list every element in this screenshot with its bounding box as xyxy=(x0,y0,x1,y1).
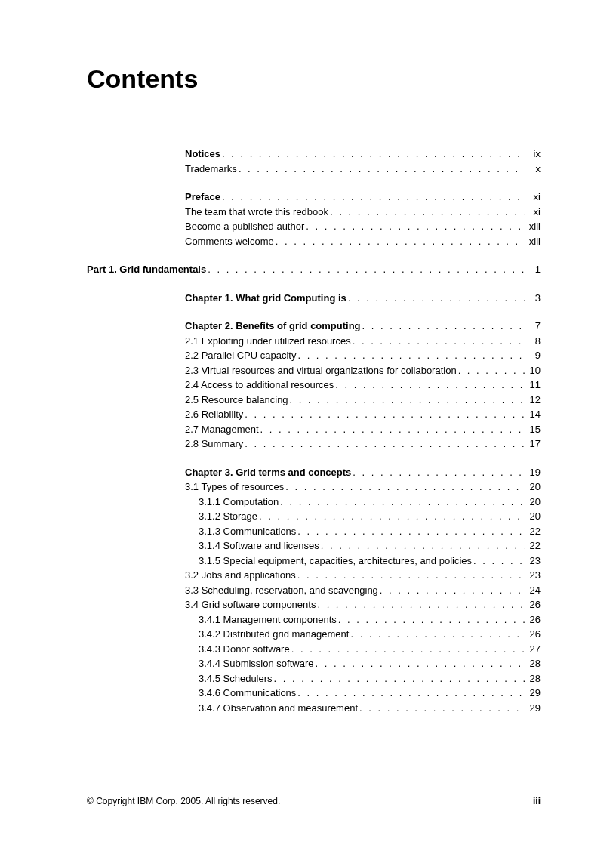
toc-leader-dots xyxy=(297,686,525,701)
toc-entry: Chapter 2. Benefits of grid computing7 xyxy=(185,319,541,334)
toc-entry-label: 3.4.3 Donor software xyxy=(199,642,290,657)
footer-copyright: © Copyright IBM Corp. 2005. All rights r… xyxy=(87,796,280,806)
toc-entry-page: 26 xyxy=(527,627,541,642)
toc-entry-page: 10 xyxy=(527,363,541,378)
toc-entry-label: 2.7 Management xyxy=(185,422,259,437)
footer-page-number: iii xyxy=(533,796,541,806)
toc-group: Chapter 1. What grid Computing is3 xyxy=(87,291,541,306)
toc-entry-label: 3.4.5 Schedulers xyxy=(199,671,273,686)
toc-entry-page: 28 xyxy=(527,671,541,686)
toc-entry-label: 3.1.2 Storage xyxy=(199,509,257,524)
toc-leader-dots xyxy=(245,407,525,422)
toc-entry: 3.4.7 Observation and measurement29 xyxy=(199,701,541,716)
toc-leader-dots xyxy=(239,162,525,177)
toc-entry: 3.4.4 Submission software28 xyxy=(199,656,541,671)
toc-leader-dots xyxy=(274,671,525,686)
toc-entry-label: 2.5 Resource balancing xyxy=(185,393,288,408)
toc-entry: 3.4.2 Distributed grid management26 xyxy=(199,627,541,642)
toc-entry-label: 3.4.7 Observation and measurement xyxy=(199,701,358,716)
toc-leader-dots xyxy=(380,583,525,598)
toc-leader-dots xyxy=(276,234,525,249)
toc-entry: Part 1. Grid fundamentals1 xyxy=(87,262,541,277)
toc-entry: 3.1.1 Computation20 xyxy=(199,495,541,510)
toc-entry-page: 20 xyxy=(527,509,541,524)
toc-entry-page: 7 xyxy=(527,319,541,334)
toc-entry-page: 12 xyxy=(527,393,541,408)
toc-leader-dots xyxy=(362,319,525,334)
toc-entry-label: Comments welcome xyxy=(185,234,274,249)
toc-entry-label: 2.1 Exploiting under utilized resources xyxy=(185,334,351,349)
toc-group: NoticesixTrademarksx xyxy=(87,146,541,176)
toc-entry: 2.1 Exploiting under utilized resources8 xyxy=(185,334,541,349)
toc-entry-page: 15 xyxy=(527,422,541,437)
toc-leader-dots xyxy=(353,334,525,349)
toc-leader-dots xyxy=(280,495,525,510)
toc-leader-dots xyxy=(359,701,525,716)
toc-entry-label: Chapter 2. Benefits of grid computing xyxy=(185,319,361,334)
toc-entry-label: Become a published author xyxy=(185,219,304,234)
toc-entry-page: 1 xyxy=(527,262,541,277)
toc-entry-page: xiii xyxy=(527,234,541,249)
toc-entry-label: Part 1. Grid fundamentals xyxy=(87,262,206,277)
toc-entry-label: 2.3 Virtual resources and virtual organi… xyxy=(185,363,457,378)
toc-entry-label: 2.4 Access to additional resources xyxy=(185,378,334,393)
toc-entry: 3.4.3 Donor software27 xyxy=(199,642,541,657)
toc-entry: 2.4 Access to additional resources11 xyxy=(185,378,541,393)
toc-entry-page: 27 xyxy=(527,642,541,657)
toc-entry-page: 3 xyxy=(527,291,541,306)
toc-entry-page: 22 xyxy=(527,524,541,539)
toc-entry: 3.4.5 Schedulers28 xyxy=(199,671,541,686)
toc-entry-page: 11 xyxy=(527,378,541,393)
table-of-contents: NoticesixTrademarksxPrefacexiThe team th… xyxy=(87,146,541,715)
toc-entry-page: 17 xyxy=(527,436,541,452)
toc-entry-label: 2.2 Parallel CPU capacity xyxy=(185,348,296,363)
toc-entry-page: 26 xyxy=(527,597,541,612)
toc-leader-dots xyxy=(473,554,525,569)
toc-entry-label: 3.1.4 Software and licenses xyxy=(199,538,319,554)
page-title: Contents xyxy=(87,64,541,94)
toc-entry-label: 3.2 Jobs and applications xyxy=(185,568,296,583)
toc-entry: The team that wrote this redbookxi xyxy=(185,205,541,220)
toc-entry-page: x xyxy=(527,162,541,177)
toc-entry-label: 3.1.5 Special equipment, capacities, arc… xyxy=(199,554,472,569)
toc-entry: 2.6 Reliability14 xyxy=(185,407,541,422)
toc-leader-dots xyxy=(321,538,525,554)
toc-entry-label: Preface xyxy=(185,190,220,205)
toc-entry-page: 20 xyxy=(527,480,541,495)
toc-entry: 2.3 Virtual resources and virtual organi… xyxy=(185,363,541,378)
toc-entry: 3.1.3 Communications22 xyxy=(199,524,541,539)
toc-leader-dots xyxy=(285,480,525,495)
toc-group: Chapter 2. Benefits of grid computing72.… xyxy=(87,319,541,452)
toc-group: PrefacexiThe team that wrote this redboo… xyxy=(87,190,541,248)
toc-entry-page: 8 xyxy=(527,334,541,349)
toc-entry-label: Chapter 3. Grid terms and concepts xyxy=(185,465,351,480)
toc-entry: 2.8 Summary17 xyxy=(185,436,541,452)
toc-entry: 2.2 Parallel CPU capacity9 xyxy=(185,348,541,363)
toc-entry: 3.1.2 Storage20 xyxy=(199,509,541,524)
toc-entry: Trademarksx xyxy=(185,162,541,177)
toc-entry-label: 3.4.1 Management components xyxy=(199,612,337,628)
toc-leader-dots xyxy=(348,291,525,306)
toc-entry: 3.4 Grid software components26 xyxy=(185,597,541,612)
toc-entry-page: 28 xyxy=(527,656,541,671)
toc-entry-label: The team that wrote this redbook xyxy=(185,205,328,220)
toc-entry-page: 14 xyxy=(527,407,541,422)
toc-entry-label: 3.4 Grid software components xyxy=(185,597,316,612)
toc-entry-label: 2.6 Reliability xyxy=(185,407,243,422)
toc-entry-page: 19 xyxy=(527,465,541,480)
page-footer: © Copyright IBM Corp. 2005. All rights r… xyxy=(87,796,541,806)
toc-entry-label: 3.4.2 Distributed grid management xyxy=(199,627,349,642)
toc-entry: 3.1 Types of resources20 xyxy=(185,480,541,495)
toc-entry-page: xiii xyxy=(527,219,541,234)
toc-leader-dots xyxy=(222,190,525,205)
toc-leader-dots xyxy=(338,612,525,628)
toc-entry-label: 3.3 Scheduling, reservation, and scaveng… xyxy=(185,583,378,598)
toc-group: Part 1. Grid fundamentals1 xyxy=(87,262,541,277)
toc-entry-label: Notices xyxy=(185,146,220,162)
toc-leader-dots xyxy=(291,642,525,657)
toc-entry-label: 3.4.4 Submission software xyxy=(199,656,313,671)
toc-entry: 3.1.4 Software and licenses22 xyxy=(199,538,541,554)
toc-leader-dots xyxy=(350,627,525,642)
toc-leader-dots xyxy=(353,465,525,480)
toc-entry: 3.4.6 Communications29 xyxy=(199,686,541,701)
